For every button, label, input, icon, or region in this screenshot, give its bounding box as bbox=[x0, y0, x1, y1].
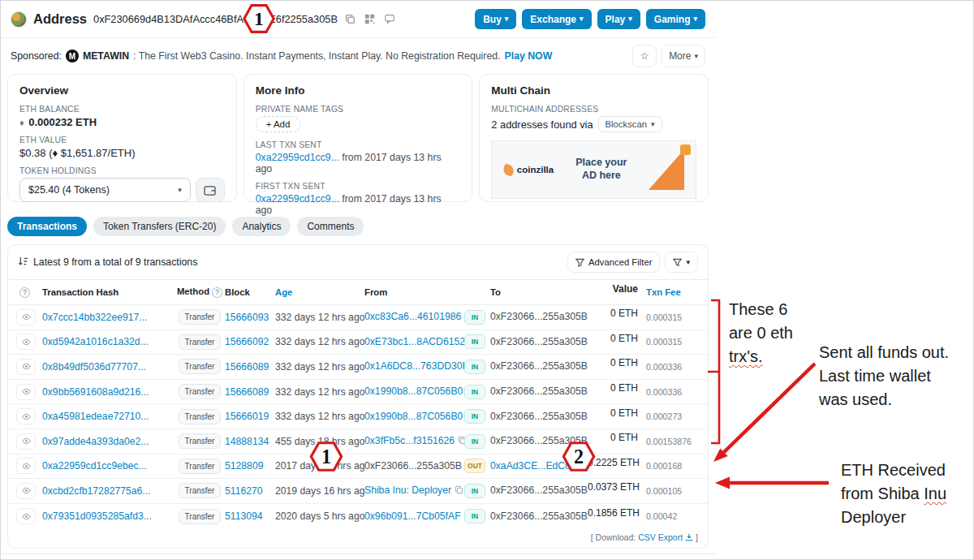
filter-dropdown-button[interactable]: ▾ bbox=[665, 252, 698, 273]
eye-button[interactable] bbox=[16, 334, 36, 350]
method-badge[interactable]: Transfer bbox=[179, 409, 221, 424]
eth-received-note: ETH Received from Shiba Inu Deployer bbox=[841, 459, 946, 529]
table-row: 0xd5942a1016c1a32d...Transfer15666092332… bbox=[8, 330, 708, 355]
method-badge[interactable]: Transfer bbox=[179, 334, 221, 350]
sponsored-label: Sponsored: bbox=[11, 50, 62, 62]
from-address[interactable]: 0x96b091...7Cb05fAF bbox=[364, 510, 461, 522]
fee-text: 0.00042 bbox=[646, 511, 698, 521]
copy-icon[interactable] bbox=[455, 435, 464, 447]
block-link[interactable]: 5116270 bbox=[225, 485, 263, 497]
method-badge[interactable]: Transfer bbox=[179, 359, 221, 374]
tx-hash-link[interactable]: 0x7ccc14bb322ee917... bbox=[42, 312, 147, 323]
block-link[interactable]: 15666092 bbox=[225, 336, 269, 347]
col-txn-fee[interactable]: Txn Fee bbox=[646, 287, 698, 297]
eye-button[interactable] bbox=[16, 359, 36, 375]
tx-hash-link[interactable]: 0xa22959cd1cc9ebec... bbox=[42, 460, 147, 472]
tab-comments[interactable]: Comments bbox=[297, 217, 364, 236]
download-label: [ Download: bbox=[591, 532, 636, 542]
blockscan-dropdown[interactable]: Blockscan▾ bbox=[598, 116, 662, 132]
ad-corner-icon bbox=[680, 144, 691, 155]
eye-button[interactable] bbox=[16, 508, 36, 524]
svg-text:1: 1 bbox=[254, 8, 264, 29]
wallet-icon-button[interactable] bbox=[196, 178, 225, 202]
age-text: 2020 days 5 hrs ago bbox=[275, 510, 364, 522]
direction-badge: IN bbox=[464, 310, 485, 325]
tab-transactions[interactable]: Transactions bbox=[7, 217, 87, 236]
from-address[interactable]: 0x1990b8...87C056B0 bbox=[364, 411, 463, 422]
gaming-button[interactable]: Gaming▾ bbox=[646, 9, 705, 29]
comment-icon[interactable] bbox=[383, 13, 396, 26]
tab-analytics[interactable]: Analytics bbox=[232, 217, 291, 236]
method-badge[interactable]: Transfer bbox=[179, 309, 221, 325]
tx-hash-link[interactable]: 0x79351d0935285afd3... bbox=[42, 510, 152, 522]
tx-hash-link[interactable]: 0x9bb5691608a9d216... bbox=[42, 386, 149, 398]
eye-button[interactable] bbox=[16, 309, 36, 325]
method-badge[interactable]: Transfer bbox=[179, 384, 221, 399]
method-badge[interactable]: Transfer bbox=[179, 483, 221, 498]
sort-icon[interactable] bbox=[18, 256, 28, 269]
col-transaction-hash: Transaction Hash bbox=[42, 287, 175, 297]
download-icon bbox=[685, 533, 693, 541]
ad-text: Place yourAD here bbox=[575, 157, 627, 182]
help-icon[interactable]: ? bbox=[19, 287, 30, 298]
block-link[interactable]: 15666093 bbox=[225, 312, 269, 323]
value-text: 0 ETH bbox=[588, 432, 646, 443]
callout-hexagon-1-row: 1 bbox=[309, 440, 343, 473]
last-txn-link[interactable]: 0xa22959cd1cc9... bbox=[256, 152, 339, 163]
eye-button[interactable] bbox=[16, 408, 36, 424]
exchange-button[interactable]: Exchange▾ bbox=[522, 9, 591, 29]
from-address[interactable]: 0x3fFb5c...f3151626 bbox=[364, 435, 455, 446]
token-holdings-dropdown[interactable]: $25.40 (4 Tokens)▾ bbox=[19, 178, 191, 202]
more-button[interactable]: More▾ bbox=[662, 45, 705, 67]
advanced-filter-button[interactable]: Advanced Filter bbox=[567, 252, 661, 273]
block-link[interactable]: 14888134 bbox=[225, 436, 269, 447]
from-address[interactable]: Shiba Inu: Deployer bbox=[364, 485, 451, 496]
eye-button[interactable] bbox=[16, 458, 36, 474]
age-text: 2019 days 16 hrs ago bbox=[275, 485, 364, 497]
ad-triangle-graphic bbox=[649, 149, 684, 190]
copy-icon[interactable] bbox=[451, 485, 463, 497]
tx-hash-link[interactable]: 0x8b49df5036d77707... bbox=[42, 361, 146, 373]
first-txn-link[interactable]: 0xa22959cd1cc9... bbox=[256, 193, 339, 205]
method-badge[interactable]: Transfer bbox=[179, 459, 221, 474]
eye-button[interactable] bbox=[16, 433, 36, 450]
coinzilla-logo: coinzilla bbox=[503, 165, 554, 175]
eth-value-value: $0.38 (♦ $1,651.87/ETH) bbox=[19, 147, 225, 159]
to-address: 0xF23066...255a305B bbox=[490, 510, 588, 522]
tx-hash-link[interactable]: 0xa45981edeae72710... bbox=[42, 411, 149, 422]
table-row: 0x9bb5691608a9d216...Transfer15666089332… bbox=[8, 380, 708, 405]
csv-export-link[interactable]: CSV Export bbox=[638, 532, 683, 542]
tx-hash-link[interactable]: 0xcbd2cfb17282775a6... bbox=[42, 485, 151, 497]
favorite-star-button[interactable]: ☆ bbox=[632, 45, 657, 67]
fee-text: 0.000336 bbox=[646, 387, 698, 397]
tab-token-transfers[interactable]: Token Transfers (ERC-20) bbox=[93, 217, 226, 236]
qr-code-icon[interactable] bbox=[364, 13, 377, 26]
block-link[interactable]: 15666019 bbox=[225, 411, 269, 422]
from-address[interactable]: 0x1A6DC8...763DD30F bbox=[364, 360, 464, 372]
overview-title: Overview bbox=[19, 84, 225, 97]
eth-balance-value: ♦ 0.000232 ETH bbox=[19, 116, 225, 128]
from-address[interactable]: 0x1990b8...87C056B0 bbox=[364, 386, 463, 397]
method-badge[interactable]: Transfer bbox=[179, 509, 221, 524]
tx-hash-link[interactable]: 0xd5942a1016c1a32d... bbox=[42, 336, 149, 347]
fee-text: 0.00153876 bbox=[646, 437, 698, 446]
copy-address-icon[interactable] bbox=[344, 13, 357, 26]
play-now-link[interactable]: Play NOW bbox=[505, 50, 553, 62]
block-link[interactable]: 15666089 bbox=[225, 386, 269, 398]
tx-hash-link[interactable]: 0x97adde4a393da0e2... bbox=[42, 436, 149, 447]
col-age[interactable]: Age bbox=[275, 287, 364, 297]
block-link[interactable]: 5128809 bbox=[225, 460, 263, 472]
block-link[interactable]: 5113094 bbox=[225, 510, 263, 522]
block-link[interactable]: 15666089 bbox=[225, 361, 269, 373]
buy-button[interactable]: Buy▾ bbox=[475, 9, 516, 29]
method-info-icon[interactable]: ? bbox=[212, 287, 222, 298]
play-button[interactable]: Play▾ bbox=[597, 9, 640, 29]
from-address[interactable]: 0xc83Ca6...46101986 bbox=[364, 311, 461, 322]
method-badge[interactable]: Transfer bbox=[179, 433, 221, 449]
add-tag-button[interactable]: + Add bbox=[256, 116, 301, 132]
fee-text: 0.000105 bbox=[646, 486, 698, 496]
eye-button[interactable] bbox=[16, 384, 36, 400]
eye-button[interactable] bbox=[16, 483, 36, 499]
coinzilla-ad-banner[interactable]: coinzilla Place yourAD here bbox=[491, 140, 696, 199]
from-address[interactable]: 0xE73bc1...8ACD6152 bbox=[364, 336, 464, 347]
